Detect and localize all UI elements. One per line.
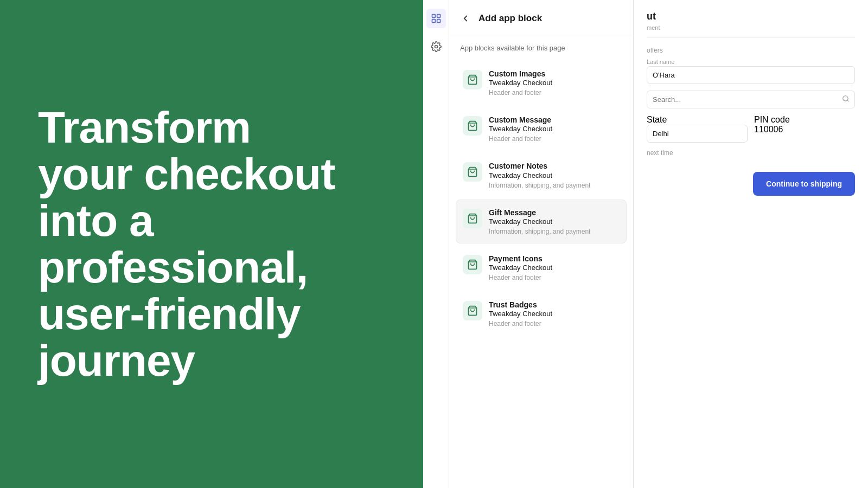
last-name-field: Last name O'Hara bbox=[647, 59, 855, 84]
block-location: Information, shipping, and payment bbox=[489, 228, 620, 235]
sidebar-toolbar bbox=[423, 0, 449, 488]
block-location: Header and footer bbox=[489, 320, 620, 328]
panel-header: Add app block bbox=[449, 0, 633, 35]
svg-point-11 bbox=[843, 95, 848, 100]
hero-line-5: user-friendly bbox=[38, 289, 301, 338]
block-item[interactable]: Customer Notes Tweakday Checkout Informa… bbox=[456, 153, 627, 197]
state-label: State bbox=[647, 115, 667, 124]
pin-label: PIN code bbox=[754, 115, 790, 124]
block-info: Gift Message Tweakday Checkout Informati… bbox=[489, 208, 620, 235]
blocks-list: Custom Images Tweakday Checkout Header a… bbox=[449, 56, 633, 488]
svg-point-4 bbox=[435, 46, 437, 48]
continue-shipping-button[interactable]: Continue to shipping bbox=[753, 172, 855, 196]
app-block-panel: Add app block App blocks available for t… bbox=[449, 0, 634, 488]
right-area: Add app block App blocks available for t… bbox=[423, 0, 868, 488]
pin-field: PIN code 110006 bbox=[754, 115, 855, 143]
pin-value[interactable]: 110006 bbox=[754, 125, 855, 134]
settings-icon[interactable] bbox=[426, 37, 446, 56]
block-app-icon bbox=[463, 301, 482, 320]
block-item[interactable]: Payment Icons Tweakday Checkout Header a… bbox=[456, 246, 627, 290]
panel-subtitle: App blocks available for this page bbox=[449, 35, 633, 56]
svg-rect-1 bbox=[437, 15, 440, 18]
block-name: Payment Icons bbox=[489, 254, 620, 264]
checkout-title: ut bbox=[647, 11, 855, 22]
block-location: Header and footer bbox=[489, 89, 620, 97]
hero-line-2: your checkout bbox=[38, 149, 335, 198]
search-field bbox=[647, 91, 855, 108]
block-name: Custom Images bbox=[489, 69, 620, 79]
svg-rect-3 bbox=[437, 20, 440, 23]
hero-panel: Transform your checkout into a professio… bbox=[0, 0, 423, 488]
state-select[interactable]: Delhi bbox=[647, 125, 748, 143]
block-location: Header and footer bbox=[489, 274, 620, 281]
block-vendor: Tweakday Checkout bbox=[489, 310, 620, 318]
block-name: Customer Notes bbox=[489, 161, 620, 171]
block-app-icon bbox=[463, 116, 482, 136]
hero-line-3: into a bbox=[38, 196, 154, 245]
hero-line-1: Transform bbox=[38, 102, 251, 152]
block-info: Custom Message Tweakday Checkout Header … bbox=[489, 115, 620, 143]
address-row: State Delhi PIN code 110006 bbox=[647, 115, 855, 143]
divider-1 bbox=[647, 37, 855, 38]
block-name: Trust Badges bbox=[489, 300, 620, 310]
save-info: next time bbox=[647, 149, 855, 157]
svg-rect-2 bbox=[432, 20, 435, 23]
checkout-preview: ut ment offers Last name O'Hara bbox=[634, 0, 868, 488]
block-vendor: Tweakday Checkout bbox=[489, 125, 620, 133]
hero-line-6: journey bbox=[38, 336, 195, 385]
state-field: State Delhi bbox=[647, 115, 748, 143]
last-name-value[interactable]: O'Hara bbox=[647, 66, 855, 84]
state-select-wrap: Delhi bbox=[647, 125, 748, 143]
back-button[interactable] bbox=[458, 11, 473, 26]
block-vendor: Tweakday Checkout bbox=[489, 79, 620, 87]
offers-text: offers bbox=[647, 47, 855, 54]
block-location: Information, shipping, and payment bbox=[489, 182, 620, 189]
block-app-icon bbox=[463, 162, 482, 182]
svg-rect-0 bbox=[432, 15, 435, 18]
checkout-inner: ut ment offers Last name O'Hara bbox=[634, 0, 868, 488]
search-input[interactable] bbox=[647, 91, 855, 108]
block-vendor: Tweakday Checkout bbox=[489, 217, 620, 226]
block-info: Payment Icons Tweakday Checkout Header a… bbox=[489, 254, 620, 281]
block-item[interactable]: Trust Badges Tweakday Checkout Header an… bbox=[456, 292, 627, 336]
last-name-label: Last name bbox=[647, 59, 855, 65]
panel-title: Add app block bbox=[478, 13, 542, 24]
block-item[interactable]: Gift Message Tweakday Checkout Informati… bbox=[456, 200, 627, 243]
block-name: Custom Message bbox=[489, 115, 620, 125]
block-item[interactable]: Custom Message Tweakday Checkout Header … bbox=[456, 107, 627, 151]
block-name: Gift Message bbox=[489, 208, 620, 217]
block-vendor: Tweakday Checkout bbox=[489, 171, 620, 179]
name-row: Last name O'Hara bbox=[647, 59, 855, 84]
block-item[interactable]: Custom Images Tweakday Checkout Header a… bbox=[456, 61, 627, 105]
hero-line-4: professional, bbox=[38, 242, 308, 292]
block-app-icon bbox=[463, 209, 482, 228]
payment-label: ment bbox=[647, 24, 855, 31]
block-info: Custom Images Tweakday Checkout Header a… bbox=[489, 69, 620, 97]
hero-text: Transform your checkout into a professio… bbox=[38, 104, 335, 384]
block-vendor: Tweakday Checkout bbox=[489, 264, 620, 272]
block-app-icon bbox=[463, 70, 482, 89]
block-info: Customer Notes Tweakday Checkout Informa… bbox=[489, 161, 620, 189]
block-app-icon bbox=[463, 255, 482, 274]
block-location: Header and footer bbox=[489, 135, 620, 143]
search-icon bbox=[842, 95, 850, 105]
blocks-icon[interactable] bbox=[426, 9, 446, 28]
block-info: Trust Badges Tweakday Checkout Header an… bbox=[489, 300, 620, 328]
svg-line-12 bbox=[847, 100, 849, 101]
